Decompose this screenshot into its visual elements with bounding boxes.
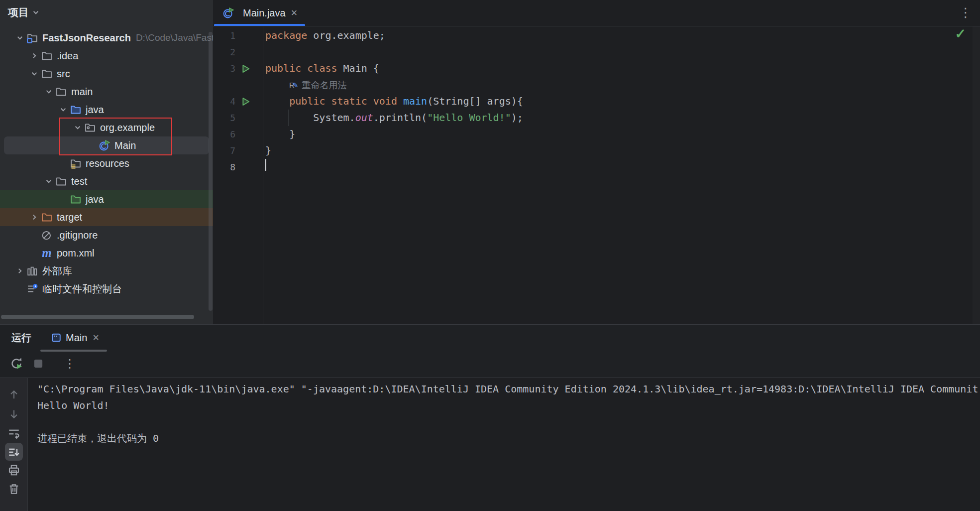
- scratches-icon: [27, 283, 38, 294]
- console-output: "C:\Program Files\Java\jdk-11\bin\java.e…: [37, 381, 980, 447]
- line-number: 4: [213, 93, 235, 110]
- run-line-icon[interactable]: [235, 64, 263, 74]
- code-line-5[interactable]: 5 System.out.println("Hello World!");: [213, 110, 980, 126]
- line-number: 3: [213, 60, 235, 77]
- tree-item-label: Main: [114, 140, 136, 151]
- chevron-spacer: [56, 154, 70, 172]
- run-tab-main[interactable]: Main ×: [46, 325, 104, 351]
- inspections-check-icon[interactable]: ✓: [955, 26, 966, 42]
- line-number: 6: [213, 126, 235, 142]
- tree-item-target[interactable]: target: [0, 208, 213, 226]
- chevron-down-icon[interactable]: [41, 172, 56, 190]
- tree-item-label: main: [71, 86, 93, 98]
- chevron-right-icon[interactable]: [27, 208, 41, 226]
- editor-scrollbar-track[interactable]: [973, 26, 980, 324]
- chevron-down-icon[interactable]: [41, 83, 56, 101]
- code-line-4[interactable]: 4 public static void main(String[] args)…: [213, 93, 980, 110]
- tree-item-label: src: [57, 68, 70, 80]
- code-text: [263, 159, 266, 176]
- tree-item-java-main[interactable]: java: [0, 101, 213, 119]
- more-icon[interactable]: ⋮: [959, 5, 972, 20]
- chevron-right-icon[interactable]: [27, 47, 41, 65]
- editor-tab-main-java[interactable]: Main.java ×: [214, 0, 305, 26]
- folder-icon: [56, 86, 67, 97]
- chevron-down-icon[interactable]: [70, 119, 85, 136]
- project-tool-window: 项目 FastJsonResearchD:\Code\Java\FastJso.…: [0, 0, 213, 324]
- tree-item-scratches[interactable]: 临时文件和控制台: [0, 280, 213, 298]
- inlay-hint-line: R✎重命名用法: [213, 77, 980, 93]
- class-run-icon: [99, 140, 110, 151]
- tree-item-label: java: [86, 194, 104, 205]
- scroll-to-end-button[interactable]: [5, 443, 23, 461]
- code-line-7[interactable]: 7}: [213, 142, 980, 159]
- more-icon[interactable]: ⋮: [63, 357, 76, 370]
- tree-item-org-example[interactable]: org.example: [0, 119, 213, 136]
- next-occurrence-button[interactable]: [5, 405, 23, 423]
- chevron-spacer: [27, 226, 41, 244]
- chevron-down-icon[interactable]: [12, 29, 27, 47]
- run-line-icon[interactable]: [235, 97, 263, 107]
- code-line-6[interactable]: 6 }: [213, 126, 980, 142]
- editor-area: Main.java × ⋮ 1package org.example;23pub…: [213, 0, 980, 324]
- tree-item-label: .gitignore: [57, 230, 98, 241]
- tree-item-test[interactable]: test: [0, 172, 213, 190]
- tree-item-gitignore[interactable]: .gitignore: [0, 226, 213, 244]
- rename-usages-inlay-hint[interactable]: R✎重命名用法: [289, 77, 347, 94]
- code-line-1[interactable]: 1package org.example;: [213, 27, 980, 44]
- chevron-down-icon[interactable]: [56, 101, 70, 119]
- text-caret: [265, 159, 266, 171]
- tree-item-fastjsonresearch[interactable]: FastJsonResearchD:\Code\Java\FastJso: [0, 29, 213, 47]
- close-icon[interactable]: ×: [93, 332, 99, 343]
- tree-item-src[interactable]: src: [0, 65, 213, 83]
- print-button[interactable]: [5, 461, 23, 479]
- tree-item-label: .idea: [57, 50, 78, 62]
- tree-item-label: org.example: [100, 122, 155, 133]
- vertical-scrollbar[interactable]: [209, 32, 213, 311]
- code-line-3[interactable]: 3public class Main {: [213, 60, 980, 77]
- line-number: 7: [213, 142, 235, 159]
- code-text: public class Main {: [263, 60, 379, 77]
- tree-item-idea[interactable]: .idea: [0, 47, 213, 65]
- chevron-spacer: [56, 190, 70, 208]
- chevron-down-icon: [31, 7, 41, 17]
- editor-tab-label: Main.java: [243, 7, 286, 19]
- package-icon: [85, 122, 96, 133]
- code-text: public static void main(String[] args){: [263, 93, 523, 110]
- horizontal-scrollbar[interactable]: [1, 315, 194, 319]
- stop-button[interactable]: [32, 357, 45, 370]
- folder-test-icon: [70, 194, 81, 205]
- tree-item-external-libraries[interactable]: 外部库: [0, 262, 213, 280]
- ignored-icon: [41, 230, 52, 241]
- line-number: 8: [213, 159, 235, 175]
- editor-tab-bar: Main.java × ⋮: [213, 0, 980, 26]
- code-line-8[interactable]: 8: [213, 159, 980, 175]
- code-line-2[interactable]: 2: [213, 44, 980, 60]
- chevron-spacer: [27, 244, 41, 262]
- run-console[interactable]: "C:\Program Files\Java\jdk-11\bin\java.e…: [0, 378, 980, 511]
- tree-item-main-class[interactable]: Main: [0, 136, 213, 154]
- project-panel-title: 项目: [8, 5, 29, 19]
- run-toolbar: ⋮: [0, 351, 980, 377]
- prev-occurrence-button[interactable]: [5, 385, 23, 403]
- code-text: }: [263, 126, 295, 142]
- tree-item-pom-xml[interactable]: mpom.xml: [0, 244, 213, 262]
- console-toolbar: [0, 378, 28, 511]
- project-panel-header[interactable]: 项目: [0, 0, 213, 25]
- code-editor[interactable]: 1package org.example;23public class Main…: [213, 27, 980, 175]
- toolbar-separator: [54, 357, 54, 370]
- clear-console-button[interactable]: [5, 480, 23, 498]
- console-icon: [51, 333, 61, 343]
- folder-icon: [56, 176, 67, 187]
- soft-wrap-button[interactable]: [5, 424, 23, 442]
- inlay-hint-text: 重命名用法: [302, 77, 347, 94]
- rerun-button[interactable]: [10, 357, 23, 370]
- tree-item-resources[interactable]: resources: [0, 154, 213, 172]
- chevron-right-icon[interactable]: [12, 262, 27, 280]
- chevron-spacer: [85, 136, 99, 154]
- chevron-down-icon[interactable]: [27, 65, 41, 83]
- tree-item-label: pom.xml: [57, 248, 95, 259]
- tree-item-main-dir[interactable]: main: [0, 83, 213, 101]
- close-icon[interactable]: ×: [291, 7, 298, 18]
- line-number: 2: [213, 44, 235, 60]
- tree-item-java-test[interactable]: java: [0, 190, 213, 208]
